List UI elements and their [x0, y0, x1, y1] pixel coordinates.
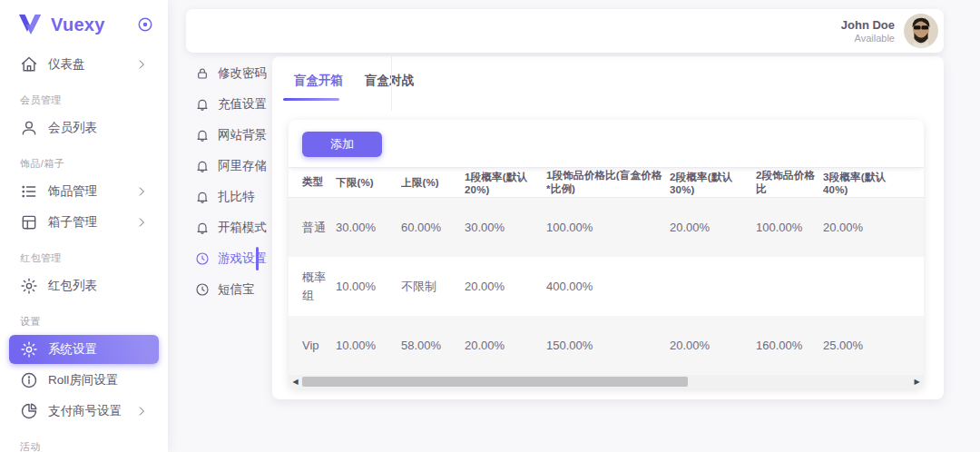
sidebar-item-label: 仪表盘 [48, 56, 135, 73]
column-header: 下限(%) [336, 176, 401, 190]
column-header: 2段饰品价格比 [756, 169, 823, 196]
sidebar-item[interactable]: 红包列表 [9, 271, 159, 300]
sidebar-item-label: 支付商号设置 [48, 403, 135, 419]
table-card: 添加 类型下限(%)上限(%)1段概率(默认20%)1段饰品价格比(盲盒价格*比… [289, 120, 924, 388]
settings-menu-item[interactable]: 修改密码 [177, 58, 257, 89]
gear-icon [20, 340, 38, 359]
table-cell: 30.00% [465, 221, 546, 234]
user-meta: John Doe Available [841, 18, 895, 44]
table-cell: 25.00% [823, 339, 910, 352]
table-cell: 20.00% [670, 339, 756, 352]
brand-name: Vuexy [51, 15, 137, 35]
sidebar-item-label: Roll房间设置 [48, 372, 148, 388]
vuexy-logo-icon [18, 14, 42, 35]
table-cell: 160.00% [756, 339, 823, 352]
column-header: 1段饰品价格比(盲盒价格*比例) [546, 169, 670, 196]
sidebar-item-label: 系统设置 [48, 341, 148, 358]
settings-menu-item-label: 网站背景 [218, 127, 267, 143]
sidebar-item[interactable]: 仪表盘 [9, 50, 159, 79]
bell-icon [195, 97, 210, 112]
top-header: John Doe Available [186, 9, 944, 53]
table-row: 普通30.00%60.00%30.00%100.00%20.00%100.00%… [289, 198, 924, 257]
column-header: 上限(%) [401, 176, 465, 190]
horizontal-scrollbar: ◀ ▶ [289, 375, 924, 388]
scroll-right-icon[interactable]: ▶ [910, 375, 924, 388]
table-cell: 100.00% [546, 221, 670, 234]
list-icon [20, 182, 38, 201]
radio-circle-icon[interactable] [137, 16, 153, 33]
lock-icon [195, 66, 210, 81]
table-cell: 普通 [289, 219, 336, 237]
sidebar-item[interactable]: 系统设置 [9, 335, 159, 364]
table-body: 普通30.00%60.00%30.00%100.00%20.00%100.00%… [289, 198, 924, 375]
table-cell: 20.00% [465, 339, 546, 352]
tab-blindbox-battle[interactable]: 盲盒对战 [365, 73, 414, 103]
settings-menu-item[interactable]: 开箱模式 [177, 212, 257, 243]
table-cell: 20.00% [823, 221, 910, 234]
sidebar-nav: 仪表盘会员管理会员列表饰品/箱子饰品管理箱子管理红包管理红包列表设置系统设置Ro… [0, 43, 168, 452]
settings-menu-item[interactable]: 网站背景 [177, 120, 257, 151]
chevron-right-icon [135, 216, 148, 229]
sidebar-item[interactable]: 饰品管理 [9, 177, 159, 206]
sidebar-section-label: 会员管理 [9, 93, 159, 107]
gear-icon [20, 277, 38, 295]
column-header: 1段概率(默认20%) [465, 171, 546, 195]
user-name: John Doe [841, 18, 895, 32]
sidebar: Vuexy 仪表盘会员管理会员列表饰品/箱子饰品管理箱子管理红包管理红包列表设置… [0, 0, 168, 452]
table-row: Vip10.00%58.00%20.00%150.00%20.00%160.00… [289, 316, 924, 375]
settings-menu-item[interactable]: 游戏设置 [177, 243, 257, 274]
sidebar-section-label: 饰品/箱子 [9, 157, 159, 171]
sidebar-item[interactable]: 会员列表 [9, 113, 159, 142]
table-cell: 400.00% [546, 280, 670, 293]
grid-icon [20, 213, 38, 231]
sidebar-item-label: 红包列表 [48, 278, 148, 294]
data-table: 类型下限(%)上限(%)1段概率(默认20%)1段饰品价格比(盲盒价格*比例)2… [289, 168, 924, 375]
scrollbar-thumb[interactable] [302, 377, 688, 387]
sidebar-item-label: 饰品管理 [48, 183, 135, 200]
table-cell: 20.00% [465, 280, 546, 293]
settings-menu-item-label: 修改密码 [218, 65, 267, 82]
table-header-row: 类型下限(%)上限(%)1段概率(默认20%)1段饰品价格比(盲盒价格*比例)2… [289, 168, 924, 198]
settings-menu-item[interactable]: 短信宝 [177, 274, 257, 305]
table-cell: Vip [289, 337, 336, 355]
sidebar-section-label: 设置 [9, 315, 159, 329]
sidebar-item[interactable]: Roll房间设置 [9, 366, 159, 395]
chevron-right-icon [135, 58, 148, 71]
settings-menu-item-label: 充值设置 [218, 96, 267, 113]
table-cell: 150.00% [546, 339, 670, 352]
main-content-card: 盲盒开箱 盲盒对战 添加 类型下限(%)上限(%)1段概率(默认20%)1段饰品… [272, 56, 944, 399]
chevron-right-icon [135, 185, 148, 198]
column-header: 3段概率(默认40%) [823, 171, 910, 195]
settings-menu-item[interactable]: 扎比特 [177, 182, 257, 212]
settings-menu-item-label: 开箱模式 [218, 220, 267, 236]
home-icon [20, 55, 38, 74]
sidebar-item[interactable]: 箱子管理 [9, 208, 159, 237]
sidebar-section-label: 活动 [9, 440, 159, 452]
bell-icon [195, 190, 210, 204]
table-cell: 60.00% [401, 221, 465, 234]
settings-menu: 修改密码充值设置网站背景阿里存储扎比特开箱模式游戏设置短信宝 [177, 58, 257, 305]
table-cell: 58.00% [401, 339, 465, 352]
user-avatar[interactable] [904, 14, 938, 48]
sidebar-section-label: 红包管理 [9, 251, 159, 265]
scroll-left-icon[interactable]: ◀ [289, 375, 302, 388]
settings-menu-item-label: 阿里存储 [218, 158, 267, 174]
settings-menu-item[interactable]: 充值设置 [177, 89, 257, 120]
scrollbar-track[interactable] [302, 375, 910, 388]
sidebar-item[interactable]: 支付商号设置 [9, 397, 159, 426]
settings-menu-item-label: 短信宝 [218, 281, 255, 298]
table-cell: 10.00% [336, 339, 401, 352]
pie-icon [20, 402, 38, 420]
user-status: Available [841, 33, 895, 44]
settings-menu-item[interactable]: 阿里存储 [177, 151, 257, 182]
table-cell: 100.00% [756, 221, 823, 234]
chevron-right-icon [135, 405, 148, 418]
table-row: 概率组10.00%不限制20.00%400.00% [289, 257, 924, 316]
user-icon [20, 119, 38, 137]
column-header: 2段概率(默认30%) [670, 171, 756, 195]
bell-icon [195, 221, 210, 235]
add-button[interactable]: 添加 [302, 132, 382, 157]
table-cell: 10.00% [336, 280, 401, 293]
clock-icon [195, 282, 210, 297]
sidebar-item-label: 会员列表 [48, 120, 148, 136]
